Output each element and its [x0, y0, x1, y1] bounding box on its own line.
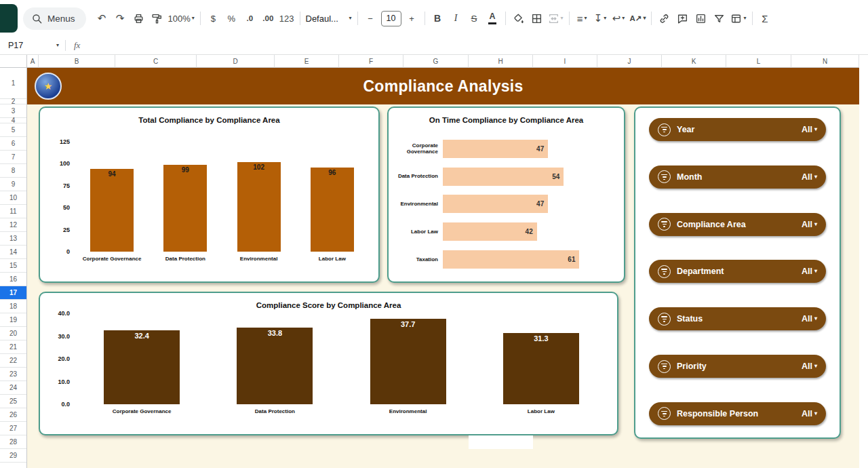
- row-header-18[interactable]: 18: [0, 300, 26, 313]
- insert-chart-button[interactable]: [692, 9, 710, 28]
- name-box[interactable]: P17 ▾: [0, 37, 65, 54]
- currency-format-button[interactable]: $: [204, 9, 222, 28]
- row-header-7[interactable]: 7: [0, 151, 26, 164]
- column-header-L[interactable]: L: [726, 55, 791, 68]
- percent-format-button[interactable]: %: [222, 9, 241, 28]
- print-button[interactable]: [130, 9, 148, 28]
- slicer-year[interactable]: YearAll ▾: [649, 118, 826, 141]
- bold-button[interactable]: B: [429, 9, 447, 28]
- row-header-5[interactable]: 5: [0, 123, 26, 137]
- increase-decimal-button[interactable]: .00: [259, 9, 277, 28]
- font-selector[interactable]: Defaul...▾: [304, 9, 354, 28]
- row-header-4[interactable]: 4: [0, 118, 26, 123]
- italic-button[interactable]: I: [447, 9, 465, 28]
- row-header-2[interactable]: 2: [0, 99, 26, 104]
- chart-card-compliance-score[interactable]: Compliance Score by Compliance Area 0.01…: [39, 292, 618, 435]
- borders-button[interactable]: [528, 9, 546, 28]
- slicer-compliance-area[interactable]: Compliance AreaAll ▾: [649, 213, 826, 236]
- paint-format-button[interactable]: [148, 9, 166, 28]
- row-header-3[interactable]: 3: [0, 104, 26, 118]
- slicer-status[interactable]: StatusAll ▾: [649, 307, 826, 330]
- row-header-10[interactable]: 10: [0, 191, 26, 205]
- strikethrough-button[interactable]: S: [465, 9, 484, 28]
- merge-cells-button[interactable]: ▾: [546, 9, 566, 28]
- slicer-value-dropdown[interactable]: All ▾: [802, 220, 817, 229]
- text-rotation-button[interactable]: A↗▾: [628, 9, 648, 28]
- row-header-26[interactable]: 26: [0, 408, 26, 422]
- increase-font-size-button[interactable]: +: [403, 9, 421, 28]
- row-header-23[interactable]: 23: [0, 368, 26, 381]
- font-size-input[interactable]: 10: [381, 11, 401, 26]
- column-header-A[interactable]: A: [27, 55, 39, 68]
- slicer-value-dropdown[interactable]: All ▾: [802, 409, 817, 418]
- column-header-N[interactable]: N: [791, 55, 859, 68]
- column-header-B[interactable]: B: [39, 55, 115, 68]
- menus-button[interactable]: Menus: [23, 7, 86, 30]
- create-filter-button[interactable]: [710, 9, 728, 28]
- column-header-H[interactable]: H: [469, 55, 533, 68]
- row-header-29[interactable]: 29: [0, 449, 26, 463]
- slicer-value-dropdown[interactable]: All ▾: [802, 172, 817, 182]
- decrease-font-size-button[interactable]: −: [361, 9, 380, 28]
- slicer-priority[interactable]: PriorityAll ▾: [649, 355, 826, 378]
- row-header-27[interactable]: 27: [0, 422, 26, 435]
- zoom-control[interactable]: 100%▾: [166, 9, 197, 28]
- decrease-decimal-button[interactable]: .0: [241, 9, 259, 28]
- bar-value-label: 61: [568, 256, 575, 263]
- table-views-button[interactable]: ▾: [728, 9, 748, 28]
- undo-button[interactable]: ↶: [93, 9, 111, 28]
- column-header-K[interactable]: K: [662, 55, 726, 68]
- grid[interactable]: ★ Compliance Analysis Total Compliance b…: [27, 68, 868, 468]
- row-header-28[interactable]: 28: [0, 435, 26, 449]
- column-header-J[interactable]: J: [597, 55, 662, 68]
- bar-data-protection: 99: [163, 165, 207, 252]
- slicer-month[interactable]: MonthAll ▾: [649, 165, 826, 189]
- functions-button[interactable]: Σ: [756, 9, 774, 28]
- column-header-F[interactable]: F: [339, 55, 403, 68]
- row-header-16[interactable]: 16: [0, 273, 26, 286]
- row-header-8[interactable]: 8: [0, 164, 26, 178]
- text-color-button[interactable]: A: [484, 9, 502, 28]
- insert-link-button[interactable]: [655, 9, 673, 28]
- slicer-value-dropdown[interactable]: All ▾: [802, 314, 817, 324]
- row-header-21[interactable]: 21: [0, 340, 26, 354]
- slicer-department[interactable]: DepartmentAll ▾: [649, 260, 826, 283]
- row-header-14[interactable]: 14: [0, 246, 26, 259]
- slicer-value-dropdown[interactable]: All ▾: [802, 125, 817, 134]
- row-header-11[interactable]: 11: [0, 205, 26, 218]
- row-header-17[interactable]: 17: [0, 286, 26, 300]
- chart-card-on-time-compliance[interactable]: On Time Compliance by Compliance Area Co…: [387, 106, 625, 283]
- column-header-E[interactable]: E: [275, 55, 339, 68]
- column-header-G[interactable]: G: [403, 55, 469, 68]
- redo-button[interactable]: ↷: [111, 9, 130, 28]
- horizontal-align-button[interactable]: ≡▾: [573, 9, 591, 28]
- print-icon: [133, 13, 144, 24]
- slicer-value-dropdown[interactable]: All ▾: [802, 362, 817, 371]
- slicer-value-dropdown[interactable]: All ▾: [802, 267, 817, 276]
- column-header-C[interactable]: C: [115, 55, 197, 68]
- row-header-15[interactable]: 15: [0, 259, 26, 273]
- row-header-20[interactable]: 20: [0, 327, 26, 340]
- row-header-12[interactable]: 12: [0, 218, 26, 232]
- insert-comment-button[interactable]: [673, 9, 692, 28]
- row-header-6[interactable]: 6: [0, 137, 26, 151]
- slicer-label: Responsible Person: [677, 409, 802, 418]
- row-header-19[interactable]: 19: [0, 313, 26, 327]
- chart-card-total-compliance[interactable]: Total Compliance by Compliance Area 0255…: [39, 106, 380, 283]
- row-header-24[interactable]: 24: [0, 381, 26, 395]
- select-all-corner[interactable]: [0, 55, 27, 68]
- column-header-I[interactable]: I: [533, 55, 597, 68]
- vertical-align-button[interactable]: ↧▾: [591, 9, 610, 28]
- column-header-D[interactable]: D: [197, 55, 275, 68]
- highlighted-cell[interactable]: [469, 435, 533, 449]
- row-header-9[interactable]: 9: [0, 178, 26, 191]
- text-wrap-button[interactable]: ↩▾: [610, 9, 628, 28]
- slicer-responsible-person[interactable]: Responsible PersonAll ▾: [649, 402, 826, 425]
- row-header-25[interactable]: 25: [0, 395, 26, 408]
- formula-input[interactable]: [90, 37, 868, 54]
- fill-color-button[interactable]: [509, 9, 528, 28]
- more-formats-button[interactable]: 123: [277, 9, 296, 28]
- row-header-22[interactable]: 22: [0, 354, 26, 368]
- row-header-13[interactable]: 13: [0, 232, 26, 246]
- row-header-1[interactable]: 1: [0, 68, 26, 99]
